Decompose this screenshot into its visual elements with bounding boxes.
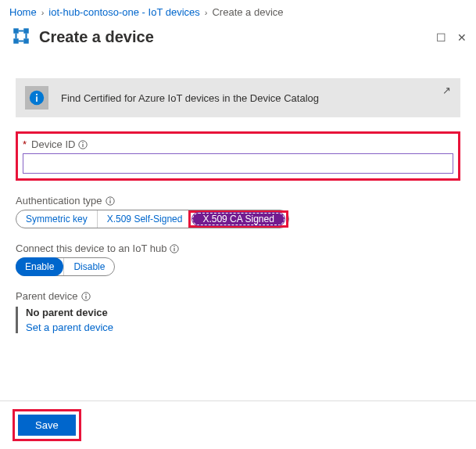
auth-option-x509-ca-signed[interactable]: X.509 CA Signed [192,213,284,225]
auth-type-group: Authentication type Symmetric key X.509 … [16,195,460,228]
device-icon [11,26,31,48]
svg-point-15 [174,246,176,247]
connect-label: Connect this device to an IoT hub [16,242,460,254]
parent-device-group: Parent device No parent device Set a par… [16,290,460,333]
info-banner-text: Find Certified for Azure IoT devices in … [61,92,319,104]
save-button[interactable]: Save [18,415,76,436]
set-parent-device-link[interactable]: Set a parent device [26,321,460,333]
info-hint-icon[interactable] [78,140,88,149]
svg-rect-2 [13,38,19,44]
maximize-icon[interactable]: ☐ [436,31,446,44]
device-id-input[interactable] [23,153,453,174]
svg-rect-1 [23,28,29,34]
auth-option-symmetric-key[interactable]: Symmetric key [16,210,97,228]
breadcrumb: Home › iot-hub-contoso-one - IoT devices… [0,0,476,23]
svg-point-18 [85,293,87,295]
breadcrumb-home[interactable]: Home [9,6,37,18]
info-hint-icon[interactable] [170,244,179,253]
svg-point-12 [109,198,111,199]
highlight-device-id: * Device ID [16,131,460,181]
svg-rect-5 [36,96,38,102]
svg-rect-3 [23,38,29,44]
info-icon [25,86,48,110]
svg-rect-8 [83,144,84,147]
info-hint-icon[interactable] [81,292,91,301]
auth-type-label: Authentication type [16,195,460,207]
chevron-right-icon: › [205,8,208,17]
auth-type-selector: Symmetric key X.509 Self-Signed X.509 CA… [16,210,289,228]
svg-rect-17 [85,296,86,299]
page-title: Create a device [39,28,428,46]
svg-rect-14 [174,248,175,251]
highlight-save: Save [13,409,81,441]
info-banner: Find Certified for Azure IoT devices in … [16,78,460,117]
svg-point-9 [83,142,84,143]
close-icon[interactable]: ✕ [457,31,467,44]
parent-device-none: No parent device [26,307,460,318]
required-asterisk: * [23,138,27,150]
info-hint-icon[interactable] [106,196,115,206]
connect-option-enable[interactable]: Enable [16,257,63,276]
highlight-auth-selected: X.509 CA Signed [188,210,288,228]
chevron-right-icon: › [41,8,45,17]
breadcrumb-current: Create a device [212,6,283,18]
svg-rect-11 [109,200,110,203]
external-link-icon[interactable]: ↗ [442,84,451,96]
connect-selector: Enable Disable [16,257,115,276]
svg-rect-0 [13,28,19,34]
svg-point-6 [36,94,38,95]
breadcrumb-hub[interactable]: iot-hub-contoso-one - IoT devices [48,6,199,18]
parent-device-label: Parent device [16,290,460,302]
footer: Save [0,401,476,449]
device-id-label: * Device ID [23,138,453,150]
connect-group: Connect this device to an IoT hub Enable… [16,242,460,276]
connect-option-disable[interactable]: Disable [63,258,114,275]
auth-option-x509-self-signed[interactable]: X.509 Self-Signed [97,210,192,228]
title-bar: Create a device ☐ ✕ [0,23,476,56]
